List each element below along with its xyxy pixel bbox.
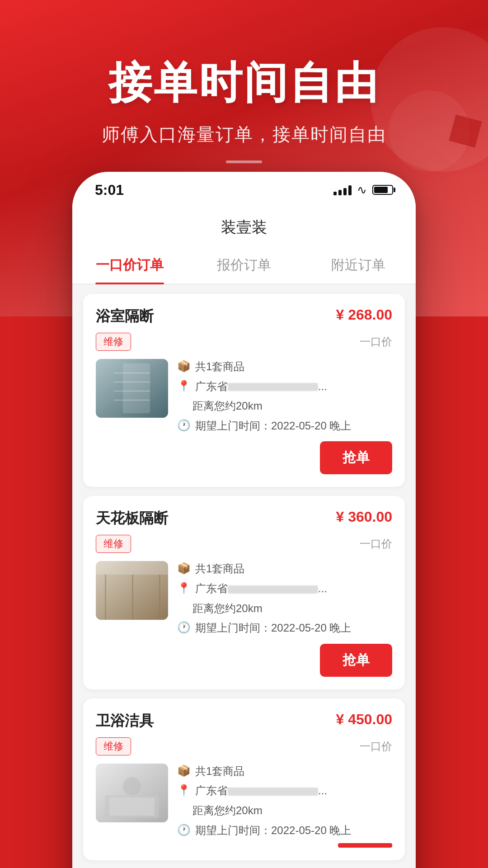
wifi-icon: ∿ xyxy=(357,183,367,197)
clock-icon-3: 🕐 xyxy=(177,824,191,836)
order-image-1 xyxy=(96,359,168,418)
orders-list: 浴室隔断 ¥ 268.00 维修 一口价 xyxy=(72,285,416,868)
order-price-3: ¥ 450.00 xyxy=(336,711,392,728)
status-icons: ∿ xyxy=(333,183,393,197)
tab-fixed-price[interactable]: 一口价订单 xyxy=(72,247,187,283)
svg-rect-9 xyxy=(132,575,133,620)
detail-goods-3: 📦 共1套商品 xyxy=(177,764,392,779)
detail-location-2: 📍 广东省... xyxy=(177,581,392,596)
tab-nearby[interactable]: 附近订单 xyxy=(301,247,416,283)
svg-rect-14 xyxy=(123,777,141,795)
order-header-2: 天花板隔断 ¥ 360.00 xyxy=(96,509,392,528)
hero-divider xyxy=(226,160,262,163)
order-tag-2: 维修 xyxy=(96,535,131,553)
grab-button-3-partial xyxy=(338,843,392,848)
svg-rect-5 xyxy=(114,400,150,401)
order-image-3 xyxy=(96,764,168,822)
order-subrow-1: 维修 一口价 xyxy=(96,333,392,351)
order-body-2: 📦 共1套商品 📍 广东省... 距离您约20km 🕐 期望上门时间： xyxy=(96,561,392,635)
order-card-3: 卫浴洁具 ¥ 450.00 维修 一口价 xyxy=(83,698,405,860)
tab-quote[interactable]: 报价订单 xyxy=(187,247,301,283)
grab-button-1[interactable]: 抢单 xyxy=(320,441,392,474)
order-card-2: 天花板隔断 ¥ 360.00 维修 一口价 xyxy=(83,496,405,689)
location-icon: 📍 xyxy=(177,380,191,392)
order-name-3: 卫浴洁具 xyxy=(96,711,154,731)
detail-location-1: 📍 广东省... xyxy=(177,379,392,394)
order-details-2: 📦 共1套商品 📍 广东省... 距离您约20km 🕐 期望上门时间： xyxy=(177,561,392,635)
svg-rect-2 xyxy=(114,373,150,373)
order-name-2: 天花板隔断 xyxy=(96,509,168,528)
detail-distance-3: 距离您约20km xyxy=(177,803,392,818)
app-tabs: 一口价订单 报价订单 附近订单 xyxy=(72,247,416,284)
detail-goods-2: 📦 共1套商品 xyxy=(177,561,392,576)
order-tag-1: 维修 xyxy=(96,333,131,351)
order-body-1: 📦 共1套商品 📍 广东省... 距离您约20km 🕐 期望上门时间： xyxy=(96,359,392,433)
hero-section: 接单时间自由 师傅入口海量订单，接单时间自由 xyxy=(0,0,488,190)
clock-icon: 🕐 xyxy=(177,419,191,432)
phone-time: 5:01 xyxy=(95,182,124,198)
order-header-1: 浴室隔断 ¥ 268.00 xyxy=(96,307,392,326)
svg-rect-7 xyxy=(96,561,168,575)
order-footer-1: 抢单 xyxy=(96,441,392,474)
location-icon-3: 📍 xyxy=(177,784,191,797)
order-details-1: 📦 共1套商品 📍 广东省... 距离您约20km 🕐 期望上门时间： xyxy=(177,359,392,433)
phone-frame: 5:01 ∿ 装壹装 一口价订单 xyxy=(72,172,416,868)
svg-rect-13 xyxy=(109,797,155,816)
box-icon: 📦 xyxy=(177,360,191,373)
svg-rect-1 xyxy=(123,363,150,413)
svg-rect-3 xyxy=(114,382,150,382)
svg-rect-10 xyxy=(159,575,160,620)
order-price-type-2: 一口价 xyxy=(360,537,392,551)
box-icon-2: 📦 xyxy=(177,562,191,575)
order-tag-3: 维修 xyxy=(96,737,131,755)
detail-time-1: 🕐 期望上门时间：2022-05-20 晚上 xyxy=(177,418,392,434)
grab-button-2[interactable]: 抢单 xyxy=(320,644,392,677)
order-subrow-3: 维修 一口价 xyxy=(96,737,392,755)
order-header-3: 卫浴洁具 ¥ 450.00 xyxy=(96,711,392,731)
detail-time-2: 🕐 期望上门时间：2022-05-20 晚上 xyxy=(177,620,392,636)
signal-icon xyxy=(333,184,352,195)
order-details-3: 📦 共1套商品 📍 广东省... 距离您约20km 🕐 期望上门时间： xyxy=(177,764,392,838)
battery-icon xyxy=(372,185,393,195)
order-image-2 xyxy=(96,561,168,620)
order-price-2: ¥ 360.00 xyxy=(336,509,392,525)
order-price-1: ¥ 268.00 xyxy=(336,307,392,323)
location-icon-2: 📍 xyxy=(177,582,191,594)
phone-mockup: 5:01 ∿ 装壹装 一口价订单 xyxy=(72,172,416,868)
status-bar: 5:01 ∿ xyxy=(72,172,416,208)
order-name-1: 浴室隔断 xyxy=(96,307,154,326)
clock-icon-2: 🕐 xyxy=(177,621,191,634)
order-card: 浴室隔断 ¥ 268.00 维修 一口价 xyxy=(83,294,405,487)
order-price-type-1: 一口价 xyxy=(360,335,392,349)
order-subrow-2: 维修 一口价 xyxy=(96,535,392,553)
svg-rect-8 xyxy=(105,575,106,620)
hero-subtitle: 师傅入口海量订单，接单时间自由 xyxy=(102,122,386,147)
detail-time-3: 🕐 期望上门时间：2022-05-20 晚上 xyxy=(177,823,392,838)
order-footer-2: 抢单 xyxy=(96,644,392,677)
order-price-type-3: 一口价 xyxy=(360,739,392,754)
hero-title: 接单时间自由 xyxy=(108,54,380,113)
svg-rect-4 xyxy=(114,391,150,392)
app-title: 装壹装 xyxy=(72,217,416,247)
detail-distance-2: 距离您约20km xyxy=(177,601,392,616)
box-icon-3: 📦 xyxy=(177,764,191,777)
detail-goods-1: 📦 共1套商品 xyxy=(177,359,392,374)
detail-distance-1: 距离您约20km xyxy=(177,398,392,414)
app-header: 装壹装 一口价订单 报价订单 附近订单 xyxy=(72,208,416,285)
order-body-3: 📦 共1套商品 📍 广东省... 距离您约20km 🕐 期望上门时间： xyxy=(96,764,392,838)
detail-location-3: 📍 广东省... xyxy=(177,783,392,798)
